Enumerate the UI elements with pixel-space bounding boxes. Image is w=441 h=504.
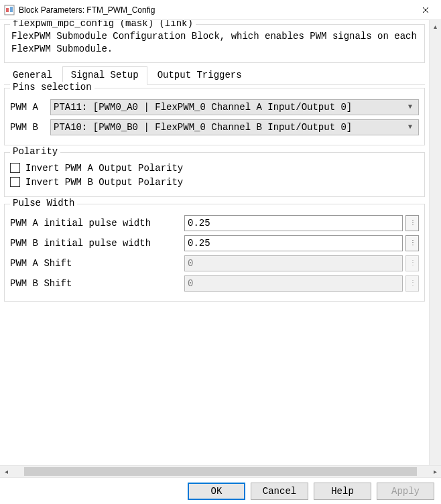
polarity-group: Polarity Invert PWM A Output Polarity In…	[4, 152, 425, 197]
scroll-right-icon[interactable]: ▸	[429, 466, 441, 477]
titlebar: Block Parameters: FTM_PWM_Config	[0, 0, 441, 20]
polarity-legend: Polarity	[10, 146, 60, 157]
pwm-b-value: PTA10: [PWM0_B0 | FlexPWM_0 Channel B In…	[54, 122, 405, 133]
pwm-a-pulse-value: 0.25	[188, 218, 210, 229]
pulse-width-legend: Pulse Width	[10, 198, 77, 208]
more-icon	[410, 260, 416, 267]
pwm-b-row: PWM B PTA10: [PWM0_B0 | FlexPWM_0 Channe…	[10, 119, 419, 135]
invert-pwm-b-label: Invert PWM B Output Polarity	[25, 177, 183, 188]
window-close-button[interactable]	[410, 0, 441, 20]
pwm-a-shift-input: 0	[184, 255, 403, 271]
checkbox-box-icon	[10, 177, 20, 187]
pwm-a-pulse-input[interactable]: 0.25	[184, 215, 403, 231]
pins-selection-group: Pins selection PWM A PTA11: [PWM0_A0 | F…	[4, 88, 425, 145]
chevron-down-icon: ▼	[405, 123, 416, 131]
pwm-b-pulse-more-button[interactable]	[405, 235, 419, 251]
invert-pwm-b-checkbox[interactable]: Invert PWM B Output Polarity	[10, 177, 419, 188]
scroll-left-icon[interactable]: ◂	[0, 466, 12, 477]
scroll-thumb[interactable]	[24, 467, 417, 476]
mask-description-text: FlexPWM Submodule Configuration Block, w…	[11, 30, 418, 56]
pwm-b-shift-value: 0	[188, 278, 193, 289]
svg-rect-1	[6, 8, 9, 12]
pwm-b-shift-label: PWM B Shift	[10, 278, 184, 289]
vertical-scrollbar[interactable]: ▴	[429, 20, 441, 465]
pwm-a-pulse-label: PWM A initial pulse width	[10, 218, 184, 229]
pwm-a-value: PTA11: [PWM0_A0 | FlexPWM_0 Channel A In…	[54, 102, 405, 113]
button-bar: OK Cancel Help Apply	[0, 477, 441, 504]
pwm-a-pulse-more-button[interactable]	[405, 215, 419, 231]
help-button[interactable]: Help	[314, 483, 371, 500]
pwm-b-pulse-value: 0.25	[188, 238, 210, 249]
pwm-a-shift-label: PWM A Shift	[10, 258, 184, 269]
pwm-a-dropdown[interactable]: PTA11: [PWM0_A0 | FlexPWM_0 Channel A In…	[50, 99, 419, 115]
pwm-b-dropdown[interactable]: PTA10: [PWM0_B0 | FlexPWM_0 Channel B In…	[50, 119, 419, 135]
invert-pwm-a-label: Invert PWM A Output Polarity	[25, 163, 183, 174]
pwm-b-shift-row: PWM B Shift 0	[10, 275, 419, 292]
pwm-a-shift-value: 0	[188, 258, 193, 269]
close-icon	[422, 7, 429, 13]
cancel-button[interactable]: Cancel	[251, 483, 308, 500]
ok-button[interactable]: OK	[188, 483, 245, 500]
pulse-width-group: Pulse Width PWM A initial pulse width 0.…	[4, 204, 425, 302]
pwm-b-label: PWM B	[10, 122, 50, 133]
apply-button: Apply	[377, 483, 434, 500]
pwm-b-shift-input: 0	[184, 275, 403, 292]
pins-selection-legend: Pins selection	[10, 82, 94, 92]
mask-legend: flexpwm_mpc_config (mask) (link)	[10, 20, 196, 29]
pwm-a-pulse-row: PWM A initial pulse width 0.25	[10, 215, 419, 231]
pwm-b-shift-more-button	[405, 275, 419, 292]
window-title: Block Parameters: FTM_PWM_Config	[19, 5, 410, 15]
invert-pwm-a-checkbox[interactable]: Invert PWM A Output Polarity	[10, 163, 419, 174]
pwm-b-pulse-label: PWM B initial pulse width	[10, 238, 184, 249]
checkbox-box-icon	[10, 163, 20, 173]
chevron-down-icon: ▼	[405, 103, 416, 111]
more-icon	[410, 280, 416, 287]
mask-description-group: flexpwm_mpc_config (mask) (link) FlexPWM…	[4, 24, 425, 63]
pwm-a-label: PWM A	[10, 102, 50, 113]
pwm-b-pulse-row: PWM B initial pulse width 0.25	[10, 235, 419, 251]
dialog-body: flexpwm_mpc_config (mask) (link) FlexPWM…	[0, 20, 429, 465]
scroll-track[interactable]	[12, 466, 429, 477]
more-icon	[410, 220, 416, 227]
app-icon	[4, 5, 15, 15]
pwm-b-pulse-input[interactable]: 0.25	[184, 235, 403, 251]
more-icon	[410, 240, 416, 247]
svg-rect-2	[10, 7, 13, 12]
tab-output-triggers[interactable]: Output Triggers	[149, 66, 251, 85]
horizontal-scrollbar[interactable]: ◂ ▸	[0, 465, 441, 477]
pwm-a-row: PWM A PTA11: [PWM0_A0 | FlexPWM_0 Channe…	[10, 99, 419, 115]
pwm-a-shift-row: PWM A Shift 0	[10, 255, 419, 271]
pwm-a-shift-more-button	[405, 255, 419, 271]
scroll-up-icon[interactable]: ▴	[430, 20, 441, 32]
